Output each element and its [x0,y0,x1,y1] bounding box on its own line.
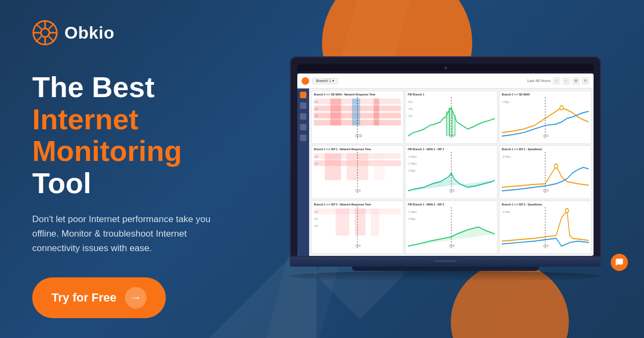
svg-line-9 [36,36,41,42]
headline-block: The Best Internet Monitoring Tool [32,71,225,199]
chart-title-4: Branch 1 <-> ISP 1 - Network Response Ti… [314,148,401,151]
svg-text:21:02: 21:02 [355,189,361,193]
svg-text:400: 400 [314,217,318,221]
prev-btn[interactable]: ‹ [553,77,560,85]
dash-header: Branch 1 ▾ Last 48 Hours ‹ › ⚙ ↻ [297,74,594,89]
dash-sidebar [297,89,309,256]
dropdown-label: Branch 1 [316,79,331,83]
logo-area: Obkio [32,20,225,46]
refresh-icon[interactable]: ↻ [582,77,589,85]
chart-title-6: Branch 1 <-> ISP 1 - Speedtests [502,148,589,151]
svg-text:21:02: 21:02 [449,244,455,247]
chart-title-2: FW Branch 1 [408,93,495,96]
chevron-icon: ▾ [332,79,334,83]
dashboard-grid: Branch 1 <-> SD-WAN - Network Response T… [309,89,594,256]
sidebar-icon-4 [300,135,306,141]
chart-title-9: Branch 1 <-> ISP 2 - Speedtests [502,203,589,206]
svg-text:60%: 60% [408,100,413,104]
sidebar-icon-active [300,92,306,98]
svg-text:30K: 30K [314,100,319,104]
svg-text:20K: 20K [314,155,319,158]
svg-line-8 [49,24,54,29]
settings-icon[interactable]: ⚙ [572,77,580,85]
svg-point-1 [41,28,49,37]
dash-body: Branch 1 <-> SD-WAN - Network Response T… [297,89,594,256]
svg-text:21:02: 21:02 [543,189,548,193]
cta-arrow-icon: → [125,287,147,308]
sidebar-icon-1 [300,102,306,109]
obkio-logo-icon [32,20,58,46]
svg-text:10 Mbps: 10 Mbps [408,163,417,166]
chart-card-7: Branch 1 <-> ISP 3 - Network Response Ti… [311,201,404,254]
svg-rect-27 [454,115,456,136]
laptop-screen: Branch 1 ▾ Last 48 Hours ‹ › ⚙ ↻ [290,56,601,257]
svg-text:12 Mbps: 12 Mbps [502,210,511,214]
screen-content: Branch 1 ▾ Last 48 Hours ‹ › ⚙ ↻ [297,74,594,256]
chart-card-1: Branch 1 <-> SD-WAN - Network Response T… [311,91,404,144]
svg-text:10K: 10K [314,163,319,166]
svg-rect-17 [374,99,379,126]
svg-point-75 [565,208,568,212]
svg-rect-43 [374,153,384,180]
chart-card-2: FW Branch 1 [405,91,497,144]
main-container: Obkio The Best Internet Monitoring Tool … [0,0,644,338]
svg-line-7 [49,36,54,42]
chart-title-8: FW Branch 1 - WAN 2 - ISP 2 [408,203,495,206]
dash-dropdown[interactable]: Branch 1 ▾ [312,78,338,84]
svg-text:21:02: 21:02 [449,135,455,138]
next-btn[interactable]: › [562,77,570,85]
chart-card-4: Branch 1 <-> ISP 1 - Network Response Ti… [311,145,404,199]
svg-rect-25 [449,108,450,136]
svg-text:21:02: 21:02 [355,244,361,247]
chart-card-6: Branch 1 <-> ISP 1 - Speedtests [499,145,591,199]
camera-bar [297,64,594,71]
svg-line-6 [36,24,41,29]
svg-text:6 Mbps: 6 Mbps [408,170,416,173]
cta-label: Try for Free [52,291,116,305]
svg-rect-61 [336,208,349,235]
sidebar-icon-3 [300,124,306,130]
svg-text:15 Mbps: 15 Mbps [502,155,511,158]
svg-text:21:02: 21:02 [355,134,362,137]
svg-rect-24 [446,111,448,136]
svg-rect-15 [330,99,341,126]
laptop-shadow [290,271,601,282]
cta-button[interactable]: Try for Free → [32,277,166,318]
laptop-base [290,257,601,267]
chart-card-9: Branch 1 <-> ISP 2 - Speedtests 21: [499,201,591,254]
svg-text:21:02: 21:02 [543,135,548,138]
svg-text:6 Mbps: 6 Mbps [502,100,510,104]
sidebar-icon-2 [300,113,306,120]
laptop-mockup: Branch 1 ▾ Last 48 Hours ‹ › ⚙ ↻ [290,56,601,282]
right-panel: Branch 1 ▾ Last 48 Hours ‹ › ⚙ ↻ [258,56,644,282]
chat-bubble-icon[interactable] [611,254,628,271]
chart-card-5: FW Branch 1 - WAN 1 - ISP 1 21:02 14 Mbp… [405,145,497,199]
svg-point-55 [554,164,558,168]
svg-text:21:02: 21:02 [543,244,548,247]
svg-rect-16 [352,99,360,126]
time-label: Last 48 Hours [527,79,551,83]
chart-card-3: Branch 1 <-> SD-WAN [499,91,591,144]
headline-line2: Internet Monitoring [32,104,225,167]
left-panel: Obkio The Best Internet Monitoring Tool … [0,0,258,338]
chart-title-7: Branch 1 <-> ISP 3 - Network Response Ti… [314,203,401,206]
dashboard: Branch 1 ▾ Last 48 Hours ‹ › ⚙ ↻ [297,74,594,256]
svg-text:20K: 20K [314,107,319,111]
svg-rect-41 [325,153,341,180]
headline-line3: Tool [32,167,225,199]
svg-text:6 Mbps: 6 Mbps [408,217,416,221]
camera-dot [444,67,447,69]
chart-title-3: Branch 1 <-> SD-WAN [502,93,589,96]
svg-text:600: 600 [314,210,318,214]
svg-text:21:02: 21:02 [449,189,455,193]
svg-rect-62 [355,208,365,235]
svg-rect-26 [451,110,453,136]
svg-text:10 Mbps: 10 Mbps [408,210,417,214]
brand-name: Obkio [64,23,114,43]
dash-logo [302,77,309,85]
svg-text:14 Mbps: 14 Mbps [408,155,417,158]
svg-text:20%: 20% [408,115,413,118]
headline-line1: The Best [32,71,225,103]
svg-text:10K: 10K [314,115,319,118]
chart-card-8: FW Branch 1 - WAN 2 - ISP 2 21:02 10 Mbp… [405,201,497,254]
